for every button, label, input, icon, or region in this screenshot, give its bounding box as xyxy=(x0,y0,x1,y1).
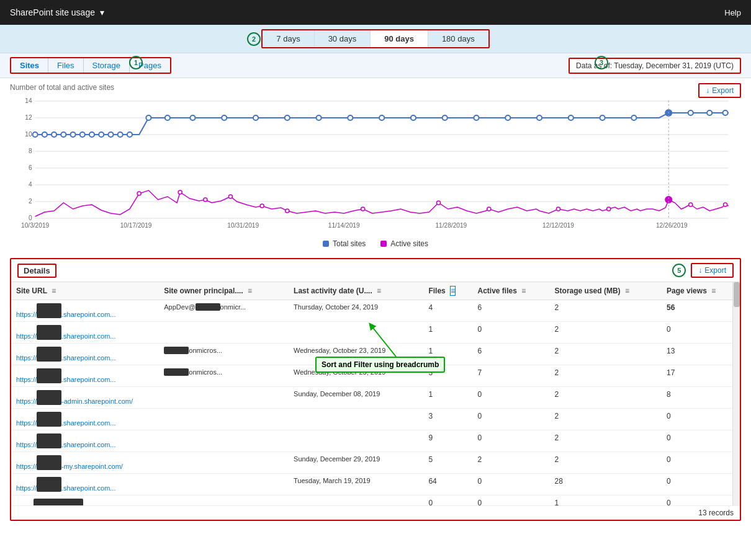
scrollbar-thumb xyxy=(734,282,740,307)
svg-text:8: 8 xyxy=(29,148,32,154)
svg-point-37 xyxy=(222,115,227,120)
cell-owner: AppDev@████████onmicr... xyxy=(159,300,289,322)
header-title-group: SharePoint site usage ▾ xyxy=(10,7,104,17)
svg-point-42 xyxy=(379,115,384,120)
svg-text:11/28/2019: 11/28/2019 xyxy=(435,222,467,229)
svg-point-27 xyxy=(70,132,75,137)
table-wrap: Site URL ≡ Site owner principal.... ≡ La… xyxy=(11,282,740,505)
table-header-row: Site URL ≡ Site owner principal.... ≡ La… xyxy=(11,282,740,300)
tab-90days[interactable]: 90 days xyxy=(371,30,428,47)
table-row[interactable]: https://████████-my.sharepoint.com/Sunda… xyxy=(11,452,740,474)
tab-30days[interactable]: 30 days xyxy=(315,30,371,47)
cell-owner xyxy=(159,452,289,474)
svg-point-33 xyxy=(127,132,132,137)
legend-dot-total xyxy=(323,241,329,247)
table-row[interactable]: https://████████.sharepoint.com...3020 xyxy=(11,409,740,430)
cell-url: https://████████-my.sharepoint.com/ xyxy=(11,452,159,474)
cell-storage: 2 xyxy=(550,344,662,365)
table-row[interactable]: https://████████.sharepoint.com...1020 xyxy=(11,322,740,344)
svg-point-54 xyxy=(723,110,728,115)
cell-storage: 2 xyxy=(550,300,662,322)
export-label: Export xyxy=(712,86,734,95)
cell-last-activity xyxy=(289,322,423,344)
dropdown-icon[interactable]: ▾ xyxy=(100,7,104,17)
badge-5: 5 xyxy=(672,264,686,277)
tab-sites[interactable]: Sites xyxy=(11,58,48,73)
svg-point-30 xyxy=(99,132,104,137)
svg-point-48 xyxy=(569,115,573,120)
col-menu-active-files[interactable]: ≡ xyxy=(521,287,526,295)
cell-last-activity: Sunday, December 08, 2019 xyxy=(289,387,423,409)
cell-page-views: 8 xyxy=(662,387,740,409)
svg-point-35 xyxy=(165,115,170,120)
cell-last-activity: Sunday, December 29, 2019 xyxy=(289,452,423,474)
col-menu-site-url[interactable]: ≡ xyxy=(52,287,56,295)
svg-text:4: 4 xyxy=(29,181,32,188)
table-row[interactable]: https://████████.sharepoint.com...Tuesda… xyxy=(11,474,740,496)
svg-point-28 xyxy=(80,132,85,137)
svg-point-57 xyxy=(178,190,182,194)
svg-point-24 xyxy=(42,132,47,137)
svg-text:10/3/2019: 10/3/2019 xyxy=(21,222,50,229)
details-export-button[interactable]: ↓ Export xyxy=(691,263,734,278)
legend-label-active: Active sites xyxy=(390,239,428,248)
cell-owner xyxy=(159,409,289,430)
table-row[interactable]: https://████████.sharepoint.com...AppDev… xyxy=(11,300,740,322)
cell-page-views: 17 xyxy=(662,365,740,387)
svg-point-61 xyxy=(286,209,289,213)
svg-point-66 xyxy=(607,207,611,211)
cell-files: 3 xyxy=(423,365,472,387)
tab-storage[interactable]: Storage xyxy=(84,58,130,73)
cell-files: 1 xyxy=(423,322,472,344)
cell-page-views: 0 xyxy=(662,474,740,496)
col-menu-owner[interactable]: ≡ xyxy=(248,287,252,295)
svg-text:10/31/2019: 10/31/2019 xyxy=(227,222,259,229)
cell-storage: 1 xyxy=(550,496,662,506)
col-menu-storage[interactable]: ≡ xyxy=(625,287,629,295)
table-row[interactable]: https://████████.sharepoint.com...██████… xyxy=(11,344,740,365)
col-last-activity: Last activity date (U.... ≡ xyxy=(289,282,423,300)
svg-point-41 xyxy=(348,115,353,120)
table-row[interactable]: https://████████.sharepoint.com...9020 xyxy=(11,430,740,452)
table-row[interactable]: https://████████-admin.sharepoint.com/Su… xyxy=(11,387,740,409)
tab-files[interactable]: Files xyxy=(48,58,83,73)
period-tabs: 7 days 30 days 90 days 180 days xyxy=(261,29,489,48)
cell-active-files: 0 xyxy=(472,387,549,409)
svg-point-29 xyxy=(89,132,94,137)
col-active-files: Active files ≡ xyxy=(472,282,549,300)
col-menu-page-views[interactable]: ≡ xyxy=(711,287,716,295)
cell-storage: 2 xyxy=(550,430,662,452)
svg-point-39 xyxy=(285,115,290,120)
svg-text:12: 12 xyxy=(25,114,32,121)
col-files: Files ≡ xyxy=(423,282,472,300)
details-export-icon: ↓ xyxy=(698,266,702,275)
cell-active-files: 6 xyxy=(472,344,549,365)
svg-point-50 xyxy=(631,115,636,120)
cell-owner xyxy=(159,387,289,409)
svg-text:0: 0 xyxy=(29,215,32,221)
cell-url: https://████████.sharepoint.com... xyxy=(11,322,159,344)
table-row[interactable]: http://████████████████t...f2a2-4fea-bdf… xyxy=(11,496,740,506)
cell-url: https://████████.sharepoint.com... xyxy=(11,344,159,365)
cell-active-files: 0 xyxy=(472,430,549,452)
cell-storage: 2 xyxy=(550,322,662,344)
svg-point-45 xyxy=(474,115,479,120)
svg-point-23 xyxy=(33,132,38,137)
cell-storage: 2 xyxy=(550,365,662,387)
tab-180days[interactable]: 180 days xyxy=(428,30,488,47)
cell-files: 64 xyxy=(423,474,472,496)
export-icon: ↓ xyxy=(706,86,709,95)
scrollbar[interactable] xyxy=(732,282,740,505)
svg-text:12/12/2019: 12/12/2019 xyxy=(542,222,574,229)
svg-point-65 xyxy=(556,207,560,211)
app-title: SharePoint site usage xyxy=(10,7,95,17)
svg-point-43 xyxy=(411,115,416,120)
cell-url: https://████████.sharepoint.com... xyxy=(11,365,159,387)
col-menu-last-activity[interactable]: ≡ xyxy=(377,287,381,295)
svg-point-59 xyxy=(228,195,232,198)
col-menu-files[interactable]: ≡ xyxy=(450,286,456,296)
cell-active-files: 6 xyxy=(472,300,549,322)
tab-7days[interactable]: 7 days xyxy=(263,30,314,47)
help-link[interactable]: Help xyxy=(724,8,741,17)
table-row[interactable]: https://████████.sharepoint.com...██████… xyxy=(11,365,740,387)
